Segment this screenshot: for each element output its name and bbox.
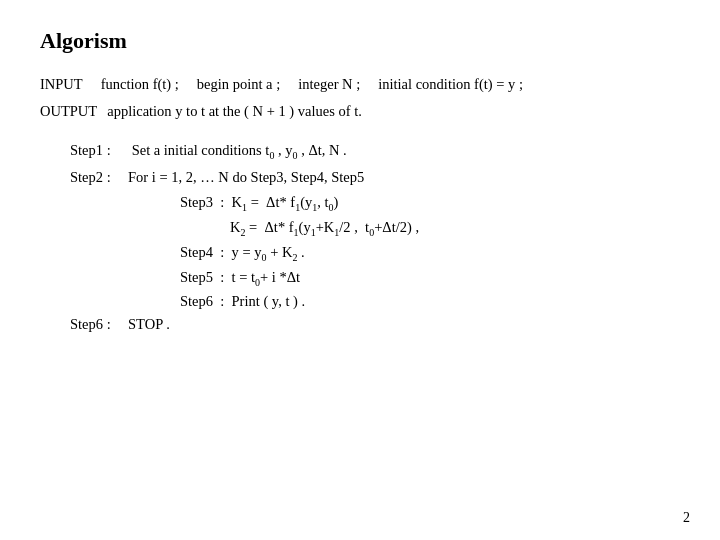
step1-content: Set a initial conditions t0 , y0 , Δt, N… xyxy=(132,142,680,161)
step6-content: STOP . xyxy=(128,316,680,333)
step6-label: Step6 : xyxy=(70,316,128,333)
step6-inner-row: Step6 : Print ( y, t ) . xyxy=(180,293,680,310)
step3b-row: K2 = Δt* f1(y1+K1/2 , t0+Δt/2) , xyxy=(230,219,680,238)
page-title: Algorism xyxy=(40,28,680,54)
step2-row: Step2 : For i = 1, 2, … N do Step3, Step… xyxy=(70,169,680,186)
step1-label: Step1 : xyxy=(70,142,128,159)
input-integer: integer N ; xyxy=(298,76,360,93)
input-line: INPUT function f(t) ; begin point a ; in… xyxy=(40,76,680,93)
step1-row: Step1 : Set a initial conditions t0 , y0… xyxy=(70,142,680,161)
input-function: function f(t) ; xyxy=(101,76,179,93)
step3-row: Step3 : K1 = Δt* f1(y1, t0) xyxy=(180,194,680,213)
input-initial: initial condition f(t) = y ; xyxy=(378,76,523,93)
step2-content: For i = 1, 2, … N do Step3, Step4, Step5 xyxy=(128,169,680,186)
step2-label: Step2 : xyxy=(70,169,128,186)
input-label: INPUT xyxy=(40,76,83,93)
step6-row: Step6 : STOP . xyxy=(70,316,680,333)
page-number: 2 xyxy=(683,510,690,526)
input-begin: begin point a ; xyxy=(197,76,280,93)
output-label: OUTPUT xyxy=(40,103,97,120)
output-line: OUTPUT application y to t at the ( N + 1… xyxy=(40,103,680,120)
step4-row: Step4 : y = y0 + K2 . xyxy=(180,244,680,263)
output-desc: application y to t at the ( N + 1 ) valu… xyxy=(107,103,362,120)
step5-row: Step5 : t = t0+ i *Δt xyxy=(180,269,680,288)
